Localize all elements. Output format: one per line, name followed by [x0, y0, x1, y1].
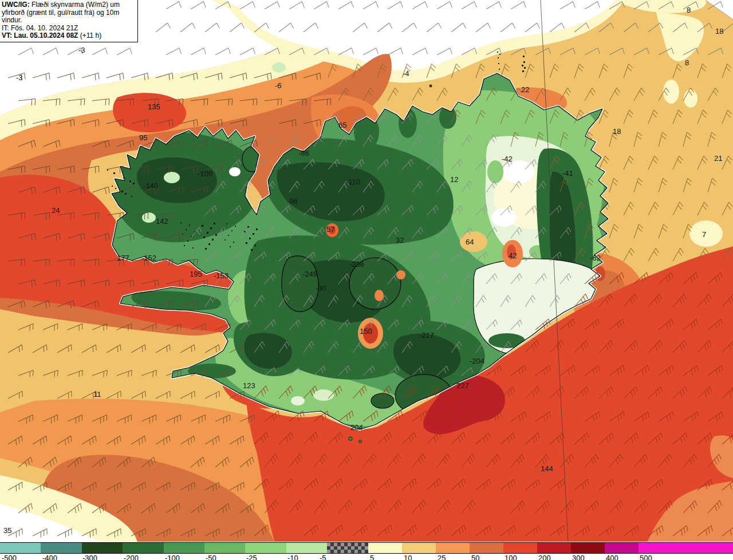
map-value-label: 57 — [326, 225, 334, 234]
colorbar-strip — [0, 542, 733, 554]
map-value-label: -62 — [590, 254, 601, 262]
map-value-label: 18 — [613, 127, 621, 136]
colorbar-segment — [537, 543, 571, 553]
map-value-label: 35 — [3, 526, 11, 535]
colorbar-tick-label: 25 — [438, 554, 446, 560]
map-value-label: 95 — [139, 133, 147, 142]
map-value-label: 227 — [456, 381, 469, 390]
colorbar-tick-label: -200 — [124, 554, 139, 560]
colorbar-segment — [0, 543, 41, 553]
colorbar-segment — [204, 543, 245, 553]
sea-mint-spot — [272, 62, 286, 73]
colorbar-segment — [402, 543, 436, 553]
colorbar-tick-label: -5 — [320, 554, 326, 560]
colorbar-segment — [639, 543, 733, 553]
map-value-label: 22 — [521, 85, 529, 94]
title-line-3: IT: Fös. 04. 10. 2024 21Z — [2, 25, 135, 33]
map-value-label: 42 — [509, 251, 517, 260]
colorbar-legend: -500-400-300-200-100-50-25-10-5510255010… — [0, 542, 733, 560]
colorbar-segment — [286, 543, 327, 553]
colorbar-segment — [436, 543, 470, 553]
colorbar-tick-label: -25 — [246, 554, 257, 560]
colorbar-tick-label: 300 — [572, 554, 585, 560]
map-value-label: -30 — [316, 284, 326, 293]
map-value-label: 24 — [52, 206, 60, 215]
island-vestmannaeyjar — [349, 437, 352, 440]
map-value-label: 8 — [685, 58, 689, 67]
map-value-label: -4 — [403, 69, 409, 78]
map-value-label: 18 — [715, 27, 723, 36]
colorbar-tick-label: 50 — [471, 554, 479, 560]
colorbar-segment — [82, 543, 123, 553]
colorbar-segment — [41, 543, 82, 553]
map-value-label: 144 — [541, 464, 553, 473]
colorbar-tick-label: 10 — [404, 554, 412, 560]
map-value-label: -249 — [302, 270, 317, 278]
colorbar-segment — [123, 543, 164, 553]
colorbar-tick-label: -500 — [2, 554, 17, 560]
colorbar-segment — [605, 543, 639, 553]
colorbar-tick-label: 100 — [505, 554, 517, 560]
map-value-label: -152 — [141, 254, 156, 262]
colorbar-tick-label: -400 — [42, 554, 57, 560]
colorbar-segment — [368, 543, 402, 553]
colorbar-segment — [503, 543, 537, 553]
iceland-heatflux-map: -3-313595-100-14024-6-465-86-110-9657123… — [0, 0, 733, 542]
title-line-1: UWC/IG: Flæði skynvarma (W/m2) um — [2, 1, 135, 9]
map-value-label: -140 — [143, 182, 158, 190]
colorbar-tick-label: 5 — [370, 554, 374, 560]
map-value-label: 7 — [702, 230, 706, 239]
map-value-label: 177 — [117, 254, 129, 262]
colorbar-tick-label: -10 — [287, 554, 298, 560]
weather-map-screenshot: -3-313595-100-14024-6-465-86-110-9657123… — [0, 0, 733, 560]
map-value-label: -204 — [470, 357, 484, 365]
map-value-label: 11 — [93, 390, 101, 399]
map-value-label: -110 — [346, 178, 360, 186]
map-value-label: 135 — [148, 102, 160, 111]
sea-pale-spot — [684, 89, 697, 108]
title-line-2: yfirborð (grænt til, gul/rautt frá) og 1… — [2, 9, 135, 25]
map-value-label: -153 — [214, 271, 228, 280]
map-value-label: -236 — [349, 260, 364, 269]
colorbar-tick-label: 500 — [640, 554, 652, 560]
colorbar-segment — [571, 543, 605, 553]
colorbar-segment — [327, 543, 368, 553]
map-value-label: 64 — [466, 238, 474, 246]
map-value-label: -3 — [16, 73, 23, 82]
map-value-label: 150 — [360, 327, 372, 336]
title-line-4: VT: Lau. 05.10.2024 08Z (+11 h) — [2, 32, 135, 40]
island-vestmannaeyjar — [359, 440, 362, 443]
map-value-label: 12 — [450, 175, 458, 184]
sea-pale-spot — [663, 80, 679, 104]
colorbar-tick-label: -50 — [206, 554, 216, 560]
map-value-label: -217 — [419, 331, 434, 340]
colorbar-segment — [164, 543, 204, 553]
colorbar-tick-label: 400 — [606, 554, 618, 560]
map-value-label: -96 — [287, 197, 298, 206]
map-value-label: 195 — [190, 270, 202, 278]
colorbar-segment — [470, 543, 503, 553]
map-value-label: -100 — [198, 169, 212, 178]
colorbar-tick-label: 200 — [538, 554, 551, 560]
map-value-label: -86 — [298, 149, 309, 157]
colorbar-segment — [245, 543, 286, 553]
map-value-label: 142 — [156, 217, 168, 226]
colorbar-tick-label: -100 — [165, 554, 180, 560]
map-value-label: 204 — [350, 423, 363, 432]
map-value-label: 21 — [714, 154, 722, 163]
map-value-label: -41 — [562, 169, 573, 178]
map-value-label: -6 — [275, 81, 282, 90]
map-value-label: -3 — [78, 46, 85, 54]
map-value-label: 8 — [687, 6, 691, 14]
map-value-label: 32 — [396, 236, 404, 244]
island-grimsey — [429, 85, 432, 88]
map-value-label: 123 — [243, 381, 255, 390]
title-box: UWC/IG: Flæði skynvarma (W/m2) um yfirbo… — [0, 0, 138, 42]
map-value-label: 65 — [338, 121, 346, 129]
map-value-label: -42 — [502, 155, 513, 163]
colorbar-tick-label: -300 — [82, 554, 97, 560]
